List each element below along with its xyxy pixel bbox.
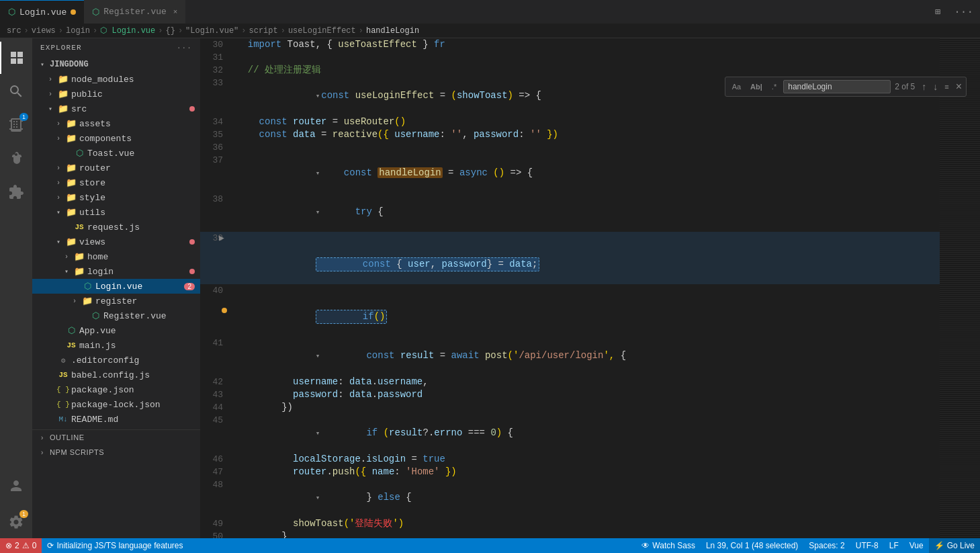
md-icon: M↓ xyxy=(58,414,69,425)
status-errors[interactable]: ⊗ 2 ⚠ 0 xyxy=(0,538,42,553)
activity-search[interactable] xyxy=(0,75,32,108)
layout-icon[interactable]: ⊞ xyxy=(928,6,947,17)
line-content-32: // 处理注册逻辑 xyxy=(234,64,940,77)
breadcrumb-src[interactable]: src xyxy=(7,26,21,36)
status-encoding[interactable]: UTF-8 xyxy=(850,538,884,553)
tab-login-vue[interactable]: ⬡ Login.vue xyxy=(0,0,84,24)
breadcrumb-script[interactable]: script xyxy=(249,26,278,36)
sidebar-item-router[interactable]: › 📁 router xyxy=(32,161,200,175)
sidebar-item-readme[interactable]: › M↓ README.md xyxy=(32,412,200,427)
line-number-39: 39 xyxy=(200,232,234,284)
status-line-ending[interactable]: LF xyxy=(884,538,904,553)
sidebar-label-main-js: main.js xyxy=(79,341,116,351)
more-actions-icon[interactable]: ··· xyxy=(947,6,980,18)
breadcrumb-views[interactable]: views xyxy=(32,26,56,36)
breadcrumb-use-login-effect[interactable]: useLoginEffect xyxy=(288,26,356,36)
status-watch-sass[interactable]: 👁 Watch Sass xyxy=(636,538,701,553)
sidebar-item-home[interactable]: › 📁 home xyxy=(32,249,200,264)
breadcrumb-login-vue-str[interactable]: "Login.vue" xyxy=(185,26,238,36)
sidebar-item-editorconfig[interactable]: › ⚙ .editorconfig xyxy=(32,353,200,368)
sidebar-item-src[interactable]: ▾ 📁 src xyxy=(32,101,200,116)
activity-settings[interactable]: 1 xyxy=(0,506,32,538)
sidebar-npm-section[interactable]: › NPM SCRIPTS xyxy=(32,445,200,460)
fold-icon[interactable]: ▾ xyxy=(316,352,320,360)
sidebar-item-request-js[interactable]: › JS request.js xyxy=(32,220,200,235)
chevron-right-icon: › xyxy=(62,253,71,261)
activity-debug[interactable] xyxy=(0,142,32,175)
sidebar-item-main-js[interactable]: › JS main.js xyxy=(32,338,200,353)
status-language[interactable]: Vue xyxy=(904,538,929,553)
activity-account[interactable] xyxy=(0,472,32,505)
sidebar-item-views[interactable]: ▾ 📁 views xyxy=(32,235,200,249)
sidebar-item-style[interactable]: › 📁 style xyxy=(32,190,200,205)
fold-icon[interactable]: ▾ xyxy=(316,208,320,216)
tab-register-vue[interactable]: ⬡ Register.vue × xyxy=(84,0,185,24)
sidebar-more-icon[interactable]: ··· xyxy=(177,44,192,52)
sidebar-item-node-modules[interactable]: › 📁 node_modules xyxy=(32,72,200,87)
line-number-50: 50 xyxy=(200,530,234,538)
sidebar-item-assets[interactable]: › 📁 assets xyxy=(32,116,200,131)
breadcrumb-file[interactable]: ⬡ Login.vue xyxy=(100,26,155,36)
line-number-48: 48 xyxy=(200,478,234,517)
status-language-features[interactable]: ⟳ Initializing JS/TS language features xyxy=(42,538,188,553)
sidebar-item-utils[interactable]: ▾ 📁 utils xyxy=(32,205,200,220)
breadcrumb-braces[interactable]: {} xyxy=(165,26,175,36)
sidebar-item-register-vue[interactable]: › ⬡ Register.vue xyxy=(32,308,200,323)
line-number-44: 44 xyxy=(200,401,234,414)
find-input[interactable] xyxy=(783,80,891,93)
status-spaces[interactable]: Spaces: 2 xyxy=(803,538,850,553)
line-content-41: ▾ const result = await post('/api/user/l… xyxy=(234,337,940,376)
sidebar-item-components[interactable]: › 📁 components xyxy=(32,131,200,146)
status-encoding-label: UTF-8 xyxy=(856,541,879,550)
activity-explorer[interactable] xyxy=(0,42,32,74)
sidebar-item-package-lock[interactable]: › { } package-lock.json xyxy=(32,397,200,412)
folder-icon: 📁 xyxy=(66,118,77,129)
sidebar-item-store[interactable]: › 📁 store xyxy=(32,175,200,190)
sidebar-item-app-vue[interactable]: › ⬡ App.vue xyxy=(32,323,200,338)
fold-icon[interactable]: ▾ xyxy=(316,169,320,177)
fold-icon[interactable]: ▾ xyxy=(316,494,320,502)
chevron-right-icon: › xyxy=(70,298,79,305)
sidebar-outline-section[interactable]: › OUTLINE xyxy=(32,430,200,445)
find-next-button[interactable]: ↓ xyxy=(930,80,940,93)
find-results-button[interactable]: ≡ xyxy=(942,80,951,93)
activity-git[interactable]: 1 xyxy=(0,109,32,141)
sidebar-item-toast-vue[interactable]: › ⬡ Toast.vue xyxy=(32,146,200,161)
breadcrumb: src › views › login › ⬡ Login.vue › {} ›… xyxy=(0,24,980,38)
fold-icon[interactable]: ▾ xyxy=(316,92,320,100)
status-go-live[interactable]: ⚡ Go Live xyxy=(929,538,980,553)
sidebar-label-package-lock: package-lock.json xyxy=(71,400,161,410)
sidebar-label-request: request.js xyxy=(87,222,140,232)
chevron-right-icon: › xyxy=(46,91,55,98)
minimap xyxy=(940,38,980,538)
sidebar-item-package-json[interactable]: › { } package.json xyxy=(32,382,200,397)
tab-close-icon[interactable]: × xyxy=(173,8,178,16)
sidebar-item-login-vue[interactable]: › ⬡ Login.vue 2 xyxy=(32,279,200,294)
sidebar-item-public[interactable]: › 📁 public xyxy=(32,87,200,101)
status-position[interactable]: Ln 39, Col 1 (48 selected) xyxy=(701,538,803,553)
sidebar-item-login[interactable]: ▾ 📁 login xyxy=(32,264,200,279)
find-ab-btn[interactable]: Ab| xyxy=(748,81,765,92)
outline-label: OUTLINE xyxy=(50,433,85,441)
fold-icon[interactable]: ▾ xyxy=(316,429,320,437)
sidebar-root[interactable]: ▾ JINGDONG xyxy=(32,57,200,72)
status-position-label: Ln 39, Col 1 (48 selected) xyxy=(706,541,798,550)
breadcrumb-login[interactable]: login xyxy=(66,26,90,36)
sidebar-item-babel-config[interactable]: › JS babel.config.js xyxy=(32,368,200,382)
breadcrumb-handle-login[interactable]: handleLogin xyxy=(366,26,419,36)
activity-extensions[interactable] xyxy=(0,176,32,208)
status-right: 👁 Watch Sass Ln 39, Col 1 (48 selected) … xyxy=(636,538,980,553)
code-editor[interactable]: 30 import Toast, { useToastEffect } fr 3… xyxy=(200,38,940,538)
tab-bar: ⬡ Login.vue ⬡ Register.vue × ⊞ ··· xyxy=(0,0,980,24)
line-content-31 xyxy=(234,51,940,64)
code-line-36: 36 xyxy=(200,141,940,154)
find-regex-btn[interactable]: .* xyxy=(769,81,779,92)
status-bar: ⊗ 2 ⚠ 0 ⟳ Initializing JS/TS language fe… xyxy=(0,538,980,553)
error-count: 2 xyxy=(15,541,19,550)
find-close-button[interactable]: × xyxy=(956,81,962,92)
find-prev-button[interactable]: ↑ xyxy=(919,80,929,93)
line-number-41: 41 xyxy=(200,337,234,376)
code-line-31: 31 xyxy=(200,51,940,64)
sidebar-item-register-folder[interactable]: › 📁 register xyxy=(32,294,200,308)
find-aa-btn[interactable]: Aa xyxy=(729,81,744,92)
